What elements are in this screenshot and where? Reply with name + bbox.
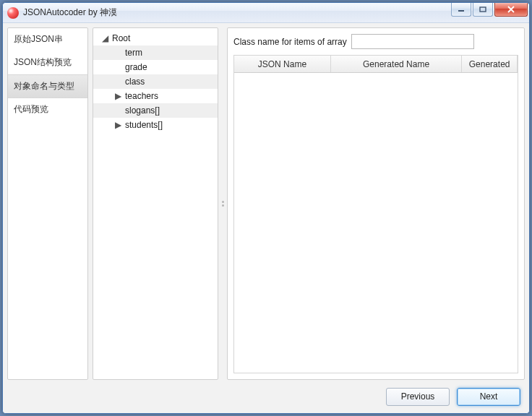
- previous-button[interactable]: Previous: [386, 388, 450, 406]
- window-title: JSONAutocoder by 神漠: [23, 6, 117, 19]
- class-name-label: Class name for items of array: [233, 37, 347, 47]
- minimize-button[interactable]: [451, 3, 471, 17]
- tree-node-label: term: [125, 48, 142, 58]
- expander-right-icon[interactable]: ▶: [113, 120, 122, 130]
- tree-node-label: class: [125, 77, 145, 87]
- column-header[interactable]: Generated Name: [331, 56, 462, 72]
- naming-panel: Class name for items of array JSON NameG…: [227, 27, 525, 380]
- sidebar-item[interactable]: 对象命名与类型: [8, 74, 87, 98]
- client-area: 原始JSON串JSON结构预览对象命名与类型代码预览 ◢Roottermgrad…: [3, 23, 529, 413]
- expander-right-icon[interactable]: ▶: [113, 91, 122, 101]
- tree-node-label: teachers: [125, 91, 158, 101]
- titlebar[interactable]: JSONAutocoder by 神漠: [3, 3, 529, 23]
- next-button[interactable]: Next: [457, 388, 520, 406]
- column-header[interactable]: JSON Name: [234, 56, 331, 72]
- tree-row[interactable]: slogans[]: [93, 103, 218, 118]
- sidebar-item[interactable]: JSON结构预览: [8, 51, 87, 74]
- step-sidebar: 原始JSON串JSON结构预览对象命名与类型代码预览: [7, 27, 88, 380]
- footer: Previous Next: [7, 384, 525, 409]
- window-controls: [450, 3, 528, 17]
- app-icon: [7, 7, 19, 19]
- tree-node-label: slogans[]: [125, 105, 160, 116]
- class-name-input[interactable]: [351, 34, 474, 49]
- tree-node-label: grade: [125, 62, 147, 72]
- tree-row[interactable]: ▶teachers: [93, 89, 218, 103]
- close-button[interactable]: [494, 3, 528, 17]
- work-area: 原始JSON串JSON结构预览对象命名与类型代码预览 ◢Roottermgrad…: [7, 27, 525, 380]
- sidebar-item[interactable]: 代码预览: [8, 98, 87, 121]
- maximize-button[interactable]: [473, 3, 493, 17]
- tree-node-label: Root: [112, 33, 130, 43]
- expander-down-icon[interactable]: ◢: [100, 33, 109, 43]
- app-window: JSONAutocoder by 神漠 原始JSON串JSON结构预览对象命名与…: [2, 2, 530, 414]
- tree-row[interactable]: class: [93, 74, 218, 89]
- tree-node-label: students[]: [125, 120, 163, 130]
- svg-rect-0: [458, 10, 464, 12]
- class-name-row: Class name for items of array: [233, 34, 518, 49]
- tree-row[interactable]: grade: [93, 60, 218, 74]
- json-tree-panel: ◢Roottermgradeclass▶teachersslogans[]▶st…: [93, 27, 218, 380]
- sidebar-item[interactable]: 原始JSON串: [8, 28, 87, 51]
- tree-row[interactable]: term: [93, 46, 218, 60]
- tree-row[interactable]: ▶students[]: [93, 118, 218, 132]
- svg-rect-1: [480, 7, 486, 12]
- mapping-table: JSON NameGenerated NameGenerated: [233, 55, 518, 373]
- column-header[interactable]: Generated: [462, 56, 518, 72]
- table-body: [234, 73, 518, 373]
- tree-row[interactable]: ◢Root: [93, 31, 218, 46]
